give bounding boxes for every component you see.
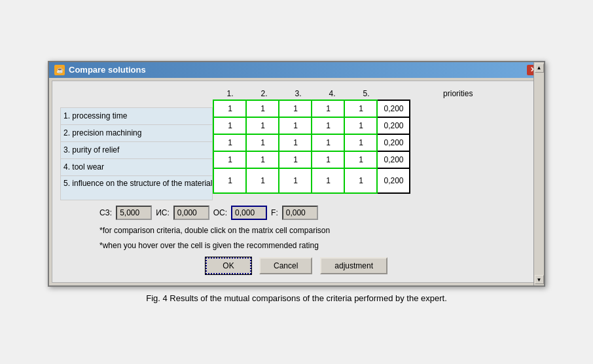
matrix-area: 1. 2. 3. 4. 5. priorities 1 1 1 1 (213, 89, 533, 200)
cell-2-1[interactable]: 1 (213, 117, 246, 134)
col-header-5: 5. (349, 89, 383, 98)
stats-row: СЗ: ИС: ОС: F: (60, 206, 533, 220)
cell-3-4[interactable]: 1 (312, 134, 344, 151)
cz-label: СЗ: (99, 208, 112, 217)
cell-3-5[interactable]: 1 (344, 134, 377, 151)
bottom-section: СЗ: ИС: ОС: F: *for comparison criteria,… (60, 206, 533, 275)
cell-5-4[interactable]: 1 (312, 168, 344, 193)
content-area: 1. processing time 2. precision machinin… (60, 89, 533, 200)
table-row: 1 1 1 1 1 0,200 (213, 134, 410, 151)
cell-3-1[interactable]: 1 (213, 134, 246, 151)
cell-4-5[interactable]: 1 (344, 151, 377, 168)
priority-1: 0,200 (377, 100, 410, 117)
cell-5-3[interactable]: 1 (279, 168, 312, 193)
title-bar: ☕ Compare solutions ✕ (49, 62, 544, 78)
dialog-body: 1. processing time 2. precision machinin… (52, 81, 541, 283)
cell-3-2[interactable]: 1 (246, 134, 279, 151)
table-row: 1 1 1 1 1 0,200 (213, 168, 410, 193)
os-label: ОС: (213, 208, 227, 217)
ok-button[interactable]: OK (206, 257, 251, 274)
cell-2-3[interactable]: 1 (279, 117, 312, 134)
cell-4-4[interactable]: 1 (312, 151, 344, 168)
priority-2: 0,200 (377, 117, 410, 134)
note-2: *when you hover over the cell is given t… (99, 240, 533, 251)
cell-2-4[interactable]: 1 (312, 117, 344, 134)
scroll-up[interactable]: ▲ (535, 64, 544, 73)
cell-3-3[interactable]: 1 (279, 134, 312, 151)
buttons-row: OK Cancel adjustment (60, 257, 533, 274)
criteria-label-2: 2. precision machining (60, 124, 213, 141)
cell-2-5[interactable]: 1 (344, 117, 377, 134)
note-1: *for comparison criteria, double click o… (99, 225, 533, 236)
cell-1-5[interactable]: 1 (344, 100, 377, 117)
col-header-3: 3. (281, 89, 315, 98)
col-header-2: 2. (247, 89, 281, 98)
cell-1-1[interactable]: 1 (213, 100, 246, 117)
criteria-label-1: 1. processing time (60, 107, 213, 124)
priority-5: 0,200 (377, 168, 410, 193)
cell-4-1[interactable]: 1 (213, 151, 246, 168)
priority-4: 0,200 (377, 151, 410, 168)
criteria-label-4: 4. tool wear (60, 158, 213, 175)
criteria-labels: 1. processing time 2. precision machinin… (60, 89, 213, 200)
col-headers: 1. 2. 3. 4. 5. priorities (213, 89, 533, 100)
notes-section: *for comparison criteria, double click o… (60, 225, 533, 251)
criteria-label-5: 5. influence on the structure of the mat… (60, 175, 213, 200)
figure-caption: Fig. 4 Results of the mutual comparisons… (146, 293, 447, 303)
cell-4-3[interactable]: 1 (279, 151, 312, 168)
cell-5-2[interactable]: 1 (246, 168, 279, 193)
cell-1-3[interactable]: 1 (279, 100, 312, 117)
col-header-priorities: priorities (383, 89, 533, 98)
cancel-button[interactable]: Cancel (259, 257, 312, 274)
col-header-4: 4. (315, 89, 349, 98)
table-row: 1 1 1 1 1 0,200 (213, 100, 410, 117)
dialog-title: Compare solutions (69, 65, 146, 75)
adjustment-button[interactable]: adjustment (320, 257, 387, 274)
scrollbar[interactable]: ▲ ▼ (533, 62, 544, 286)
criteria-label-3: 3. purity of relief (60, 141, 213, 158)
is-label: ИС: (156, 208, 170, 217)
dialog-wrapper: ☕ Compare solutions ✕ 1. processing time… (48, 61, 545, 304)
matrix-table: 1 1 1 1 1 0,200 1 1 1 1 1 (213, 100, 410, 194)
scroll-down[interactable]: ▼ (535, 275, 544, 284)
cell-5-5[interactable]: 1 (344, 168, 377, 193)
os-input[interactable] (231, 206, 267, 220)
java-icon: ☕ (54, 65, 65, 75)
cz-input[interactable] (116, 206, 152, 220)
compare-solutions-dialog: ☕ Compare solutions ✕ 1. processing time… (48, 61, 545, 287)
cell-5-1[interactable]: 1 (213, 168, 246, 193)
col-header-1: 1. (213, 89, 247, 98)
f-label: F: (271, 208, 278, 217)
table-row: 1 1 1 1 1 0,200 (213, 151, 410, 168)
cell-2-2[interactable]: 1 (246, 117, 279, 134)
f-input[interactable] (282, 206, 318, 220)
table-row: 1 1 1 1 1 0,200 (213, 117, 410, 134)
cell-1-2[interactable]: 1 (246, 100, 279, 117)
cell-1-4[interactable]: 1 (312, 100, 344, 117)
is-input[interactable] (173, 206, 209, 220)
cell-4-2[interactable]: 1 (246, 151, 279, 168)
priority-3: 0,200 (377, 134, 410, 151)
